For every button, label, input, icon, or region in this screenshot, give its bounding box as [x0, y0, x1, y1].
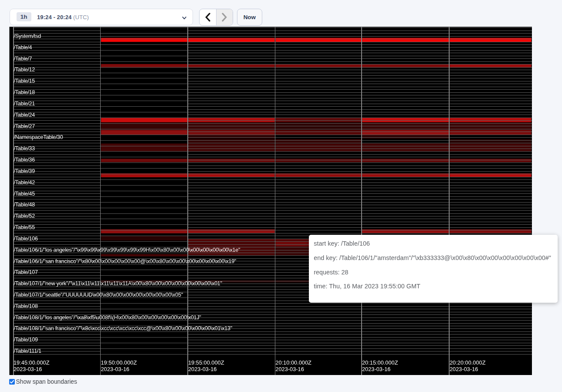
- svg-text:/Table/12: /Table/12: [14, 67, 35, 73]
- svg-text:20:10:00.000Z: 20:10:00.000Z: [275, 359, 311, 366]
- svg-text:20:20:00.000Z: 20:20:00.000Z: [450, 359, 486, 366]
- svg-text:2023-03-16: 2023-03-16: [101, 366, 129, 372]
- svg-text:/Table/55: /Table/55: [14, 224, 35, 230]
- svg-text:/Table/21: /Table/21: [14, 101, 35, 107]
- svg-text:2023-03-16: 2023-03-16: [14, 366, 42, 372]
- svg-text:2023-03-16: 2023-03-16: [275, 366, 304, 372]
- svg-text:/Table/48: /Table/48: [14, 202, 35, 208]
- svg-text:/Table/15: /Table/15: [14, 78, 35, 84]
- svg-text:/Table/107: /Table/107: [14, 269, 38, 275]
- svg-text:/Table/106/1/"san francisco"/": /Table/106/1/"san francisco"/"\x80\x00\x…: [14, 258, 237, 264]
- svg-text:/NamespaceTable/30: /NamespaceTable/30: [14, 134, 63, 140]
- svg-text:/Table/39: /Table/39: [14, 168, 35, 174]
- svg-text:/Table/52: /Table/52: [14, 213, 35, 219]
- svg-text:/Table/108/1/"san francisco"/": /Table/108/1/"san francisco"/"\x8c\xcc\x…: [14, 325, 232, 331]
- svg-text:/Table/7: /Table/7: [14, 56, 32, 62]
- svg-text:/Table/36: /Table/36: [14, 157, 35, 163]
- svg-text:/Table/45: /Table/45: [14, 191, 35, 197]
- svg-text:/Table/18: /Table/18: [14, 89, 35, 95]
- svg-text:20:15:00.000Z: 20:15:00.000Z: [362, 359, 398, 366]
- svg-text:/Table/111/1: /Table/111/1: [14, 348, 42, 354]
- svg-text:/Table/42: /Table/42: [14, 179, 35, 186]
- svg-text:2023-03-16: 2023-03-16: [188, 366, 217, 372]
- svg-text:/Table/107/1/"seattle"/"UUUUUU: /Table/107/1/"seattle"/"UUUUUUD\x00\x80\…: [14, 292, 183, 298]
- svg-text:19:45:00.000Z: 19:45:00.000Z: [14, 359, 50, 366]
- svg-text:/Table/108/1/"los angeles"/"\x: /Table/108/1/"los angeles"/"\xa8\xf5\u00…: [14, 314, 201, 321]
- svg-text:/Table/33: /Table/33: [14, 145, 35, 152]
- svg-text:/System/tsd: /System/tsd: [14, 33, 41, 39]
- svg-text:/Table/106: /Table/106: [14, 236, 38, 242]
- svg-text:/Table/109: /Table/109: [14, 337, 38, 343]
- svg-text:19:50:00.000Z: 19:50:00.000Z: [101, 359, 137, 366]
- svg-text:/Table/24: /Table/24: [14, 112, 35, 118]
- svg-text:/Table/108: /Table/108: [14, 303, 38, 309]
- svg-text:/Table/27: /Table/27: [14, 123, 35, 129]
- svg-text:2023-03-16: 2023-03-16: [450, 366, 478, 372]
- svg-text:/Table/106/1/"los angeles"/"\x: /Table/106/1/"los angeles"/"\x99\x99\x99…: [14, 247, 240, 253]
- svg-text:19:55:00.000Z: 19:55:00.000Z: [188, 359, 224, 366]
- svg-text:2023-03-16: 2023-03-16: [362, 366, 390, 372]
- svg-text:/Table/4: /Table/4: [14, 44, 32, 51]
- svg-text:/Table/107/1/"new york"/"\x11\: /Table/107/1/"new york"/"\x11\x11\x11\x1…: [14, 280, 222, 287]
